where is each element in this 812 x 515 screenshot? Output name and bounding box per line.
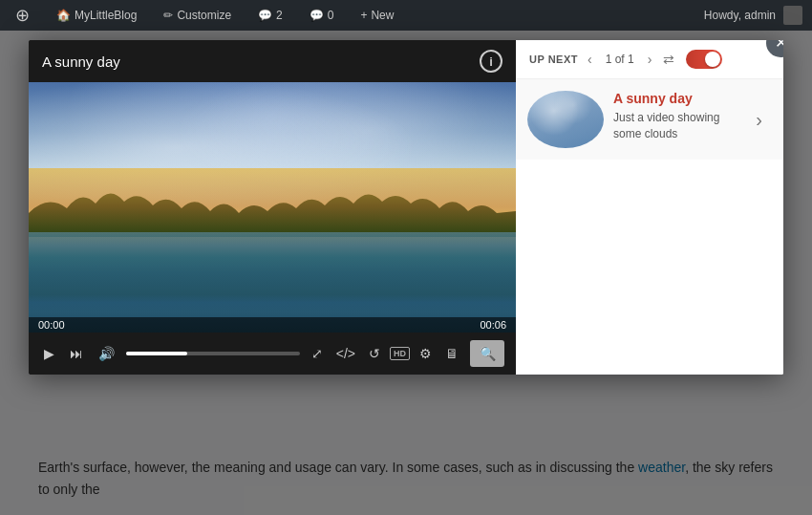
plus-icon: + <box>360 9 367 22</box>
rotate-button[interactable]: ↺ <box>365 344 384 363</box>
video-header: A sunny day i <box>29 40 516 82</box>
blog-item[interactable]: 🏠 MyLittleBlog <box>51 0 142 31</box>
avatar <box>783 6 802 25</box>
admin-bar-right: Howdy, admin <box>704 6 802 25</box>
embed-button[interactable]: </> <box>332 344 359 363</box>
next-thumb-inner <box>527 91 604 148</box>
howdy-text: Howdy, admin <box>704 9 776 22</box>
settings-button[interactable]: ⚙ <box>416 344 436 363</box>
video-section: A sunny day i 00:00 00:06 <box>29 40 516 375</box>
comments-count: 2 <box>276 9 283 22</box>
comment2-icon: 💬 <box>310 9 324 22</box>
toggle-knob <box>705 52 720 67</box>
sidebar: UP NEXT ‹ 1 of 1 › ⇄ <box>516 40 783 375</box>
shuffle-button[interactable]: ⇄ <box>661 50 676 69</box>
new-item[interactable]: + New <box>354 0 399 31</box>
home-icon: 🏠 <box>56 9 71 22</box>
modal-overlay: ✕ A sunny day i <box>0 31 812 515</box>
volume-button[interactable]: 🔊 <box>95 344 118 363</box>
toggle-container[interactable] <box>686 50 722 69</box>
info-button[interactable]: i <box>480 50 502 73</box>
next-video-info: A sunny day Just a video showing some cl… <box>613 91 737 148</box>
tree-silhouette <box>29 184 516 237</box>
video-thumbnail[interactable]: 00:00 00:06 <box>29 82 516 333</box>
sidebar-next-button[interactable]: › <box>746 97 772 142</box>
customize-item[interactable]: ✏ Customize <box>158 0 237 31</box>
customize-label: Customize <box>177 9 231 22</box>
prev-arrow-button[interactable]: ‹ <box>586 50 594 69</box>
external-link-button[interactable]: ⤢ <box>308 344 327 363</box>
edit-icon: ✏ <box>163 9 173 22</box>
video-title: A sunny day <box>42 54 120 70</box>
next-video-item[interactable]: A sunny day Just a video showing some cl… <box>516 79 783 160</box>
progress-bar[interactable] <box>126 352 300 355</box>
admin-bar: ⊕ 🏠 MyLittleBlog ✏ Customize 💬 2 💬 0 + N… <box>0 0 812 31</box>
skip-next-button[interactable]: ⏭ <box>66 344 87 363</box>
autoplay-toggle[interactable] <box>686 50 722 69</box>
play-button[interactable]: ▶ <box>40 344 58 363</box>
blog-label: MyLittleBlog <box>75 9 137 22</box>
search-icon: 🔍 <box>480 346 496 361</box>
current-time: 00:00 <box>38 319 65 331</box>
modal-body: A sunny day i 00:00 00:06 <box>29 40 783 375</box>
right-controls: ⤢ </> ↺ HD ⚙ 🖥 <box>308 344 462 363</box>
search-button[interactable]: 🔍 <box>470 340 504 367</box>
next-video-thumbnail <box>527 91 604 148</box>
comments2-item[interactable]: 💬 0 <box>304 0 340 31</box>
pagination-text: 1 of 1 <box>606 53 634 66</box>
screen-button[interactable]: 🖥 <box>441 344 462 363</box>
progress-bar-fill <box>126 352 187 355</box>
comments-item[interactable]: 💬 2 <box>252 0 288 31</box>
up-next-label: UP NEXT <box>529 54 578 65</box>
comments2-count: 0 <box>328 9 334 22</box>
duration: 00:06 <box>480 319 506 331</box>
up-next-header: UP NEXT ‹ 1 of 1 › ⇄ <box>516 40 783 79</box>
wp-logo-icon: ⊕ <box>15 5 30 26</box>
next-video-description: Just a video showing some clouds <box>613 110 737 142</box>
wp-logo-item[interactable]: ⊕ <box>10 0 35 31</box>
hd-badge: HD <box>390 347 410 361</box>
video-controls: ▶ ⏭ 🔊 ⤢ </> ↺ HD ⚙ 🖥 🔍 <box>29 333 516 375</box>
new-label: New <box>371 9 394 22</box>
next-video-title: A sunny day <box>613 91 737 106</box>
next-arrow-button[interactable]: › <box>646 50 654 69</box>
time-bar-overlay: 00:00 00:06 <box>29 317 516 333</box>
comment-icon: 💬 <box>258 9 272 22</box>
video-modal: ✕ A sunny day i <box>29 40 783 375</box>
